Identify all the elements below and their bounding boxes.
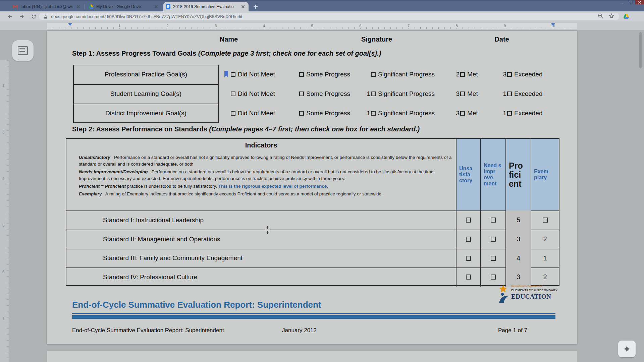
forward-button[interactable] bbox=[17, 12, 25, 20]
logo-line3: EDUCATION bbox=[511, 293, 551, 300]
option-label: Met bbox=[467, 90, 478, 98]
tab-drive[interactable]: My Drive - Google Drive bbox=[86, 2, 162, 11]
vertical-scrollbar[interactable] bbox=[639, 32, 642, 68]
rating-option-exceeded[interactable]: 3Exceeded bbox=[500, 65, 543, 84]
right-indent-marker[interactable] bbox=[551, 23, 555, 26]
column-header-exemplary: Exem plary bbox=[531, 139, 559, 210]
minimize-button[interactable] bbox=[617, 0, 626, 4]
standard-2-exemplary-cell[interactable]: 2 bbox=[531, 230, 559, 249]
count: 3 bbox=[500, 71, 506, 78]
option-label: Significant Progress bbox=[378, 71, 435, 78]
checkbox[interactable] bbox=[491, 256, 496, 261]
horizontal-ruler[interactable]: 12345678910 bbox=[47, 23, 577, 29]
rating-option-did-not-meet[interactable]: Did Not Meet bbox=[224, 65, 275, 84]
checkbox[interactable] bbox=[231, 111, 235, 116]
footer-document-name: End-of-Cycle Summative Evaluation Report… bbox=[72, 327, 224, 334]
standard-4-proficient-cell[interactable]: 3 bbox=[505, 267, 531, 287]
tab-close-icon[interactable] bbox=[154, 4, 159, 9]
checkbox[interactable] bbox=[460, 92, 465, 96]
checkbox[interactable] bbox=[231, 72, 235, 77]
tab-bar: Inbox (104) - jrobidoux@swanse My Drive … bbox=[0, 0, 644, 11]
left-indent-marker[interactable] bbox=[68, 23, 72, 26]
standard-2-label: Standard II: Management and Operations bbox=[103, 230, 220, 249]
count: 1 bbox=[364, 110, 370, 117]
option-label: Did Not Meet bbox=[238, 110, 275, 117]
standard-1-proficient-cell[interactable]: 5 bbox=[505, 210, 531, 230]
checkbox[interactable] bbox=[299, 111, 304, 116]
maximize-button[interactable] bbox=[626, 0, 635, 4]
standard-2-proficient-cell[interactable]: 3 bbox=[505, 230, 531, 249]
explore-button[interactable] bbox=[618, 341, 636, 357]
drive-extension-icon[interactable] bbox=[623, 13, 629, 19]
checkbox[interactable] bbox=[466, 275, 471, 280]
cursor-bookmark-icon bbox=[224, 71, 228, 77]
rating-option-did-not-meet[interactable]: Did Not Meet bbox=[224, 104, 275, 123]
bookmark-star-icon[interactable] bbox=[608, 13, 615, 20]
rating-option-some-progress[interactable]: Some Progress bbox=[292, 65, 350, 84]
rating-option-did-not-meet[interactable]: Did Not Meet bbox=[224, 84, 275, 104]
doe-logo: Massachusetts Department of ELEMENTARY &… bbox=[496, 284, 553, 304]
goal-label: District Improvement Goal(s) bbox=[73, 104, 219, 123]
checkbox[interactable] bbox=[466, 256, 471, 261]
rating-option-exceeded[interactable]: 1Exceeded bbox=[500, 104, 543, 123]
checkbox[interactable] bbox=[371, 92, 376, 96]
rating-option-met[interactable]: 3Met bbox=[453, 84, 478, 104]
rating-option-some-progress[interactable]: Some Progress bbox=[292, 104, 350, 123]
standard-4-unsatisfactory-cell[interactable] bbox=[456, 267, 480, 287]
tab-gmail[interactable]: Inbox (104) - jrobidoux@swanse bbox=[10, 2, 84, 11]
tab-close-icon[interactable] bbox=[76, 4, 81, 9]
standard-3-exemplary-cell[interactable]: 1 bbox=[531, 249, 559, 267]
checkbox[interactable] bbox=[491, 275, 496, 280]
rating-option-met[interactable]: 2Met bbox=[453, 65, 478, 84]
standard-1-needs-improvement-cell[interactable] bbox=[480, 210, 505, 230]
rating-option-significant-progress[interactable]: 1Significant Progress bbox=[364, 84, 435, 104]
back-button[interactable] bbox=[6, 12, 14, 20]
checkbox[interactable] bbox=[460, 72, 465, 77]
lock-icon bbox=[44, 14, 48, 18]
checkbox[interactable] bbox=[491, 218, 496, 223]
checkbox[interactable] bbox=[231, 92, 235, 96]
footer-page-number: Page 1 of 7 bbox=[498, 327, 527, 334]
next-page-top[interactable] bbox=[47, 351, 577, 362]
tab-title: My Drive - Google Drive bbox=[96, 4, 151, 9]
rating-option-met[interactable]: 3Met bbox=[453, 104, 478, 123]
standard-2-needs-improvement-cell[interactable] bbox=[480, 230, 505, 249]
checkbox[interactable] bbox=[543, 218, 548, 223]
checkbox[interactable] bbox=[491, 237, 496, 242]
checkbox[interactable] bbox=[460, 111, 465, 116]
standard-1-unsatisfactory-cell[interactable] bbox=[456, 210, 480, 230]
address-bar[interactable]: docs.google.com/document/d/0B9Dlwd0NZG7e… bbox=[39, 13, 619, 20]
standard-1-exemplary-cell[interactable] bbox=[531, 210, 559, 230]
checkbox[interactable] bbox=[507, 92, 512, 96]
logo-line2: ELEMENTARY & SECONDARY bbox=[511, 289, 557, 292]
doe-logo-figure-icon bbox=[496, 284, 511, 304]
standard-2-unsatisfactory-cell[interactable] bbox=[456, 230, 480, 249]
document-page[interactable]: Name Signature Date Step 1: Assess Progr… bbox=[47, 31, 577, 344]
checkbox[interactable] bbox=[507, 72, 512, 77]
checkbox[interactable] bbox=[299, 72, 304, 77]
checkbox[interactable] bbox=[371, 111, 376, 116]
tab-close-icon[interactable] bbox=[240, 4, 246, 9]
checkbox[interactable] bbox=[507, 111, 512, 116]
checkbox[interactable] bbox=[466, 218, 471, 223]
reload-button[interactable] bbox=[30, 12, 38, 20]
rating-option-some-progress[interactable]: Some Progress bbox=[292, 84, 350, 104]
vertical-ruler[interactable]: 2345678 bbox=[0, 60, 9, 362]
checkbox[interactable] bbox=[299, 92, 304, 96]
standard-4-exemplary-cell[interactable]: 2 bbox=[531, 267, 559, 287]
new-tab-button[interactable] bbox=[252, 3, 259, 10]
rating-option-exceeded[interactable]: 1Exceeded bbox=[500, 84, 543, 104]
rating-option-significant-progress[interactable]: 1Significant Progress bbox=[364, 104, 435, 123]
checkbox[interactable] bbox=[371, 72, 376, 77]
standard-3-proficient-cell[interactable]: 4 bbox=[505, 249, 531, 267]
checkbox[interactable] bbox=[466, 237, 471, 242]
standard-3-needs-improvement-cell[interactable] bbox=[480, 249, 505, 267]
rating-option-significant-progress[interactable]: Significant Progress bbox=[364, 65, 435, 84]
document-outline-button[interactable] bbox=[12, 40, 34, 61]
tab-docs-active[interactable]: 2018-2019 Summative Evaluatio bbox=[163, 2, 249, 11]
step2-indicators-table: Indicators Unsatisfactory Performance on… bbox=[66, 138, 559, 286]
zoom-icon[interactable] bbox=[598, 13, 604, 20]
close-button[interactable] bbox=[635, 0, 644, 4]
standard-4-needs-improvement-cell[interactable] bbox=[480, 267, 505, 287]
standard-3-unsatisfactory-cell[interactable] bbox=[456, 249, 480, 267]
